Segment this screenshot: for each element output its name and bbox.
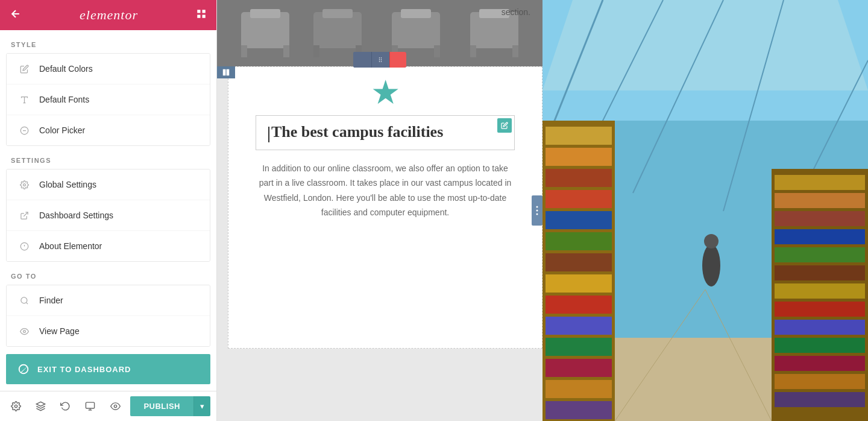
sidebar-item-finder[interactable]: Finder [7, 285, 210, 316]
heading-edit-button[interactable] [497, 118, 512, 133]
svg-rect-63 [546, 148, 612, 166]
svg-rect-66 [546, 211, 612, 229]
svg-rect-2 [197, 14, 200, 17]
svg-point-52 [536, 214, 538, 215]
sidebar-item-default-fonts[interactable]: Default Fonts [7, 84, 210, 115]
svg-rect-81 [775, 247, 865, 262]
svg-rect-77 [775, 175, 865, 190]
wordpress-icon [17, 362, 30, 376]
svg-point-50 [536, 206, 538, 208]
svg-rect-0 [197, 10, 200, 13]
svg-rect-75 [546, 401, 612, 419]
svg-rect-23 [250, 9, 280, 18]
svg-rect-65 [546, 190, 612, 208]
svg-point-42 [379, 59, 380, 60]
exit-label: EXIT TO DASHBOARD [37, 365, 131, 374]
section-toolbar [353, 52, 406, 68]
section-toolbar-wrapper [217, 52, 542, 68]
goto-section-label: GO TO [0, 262, 216, 285]
svg-point-11 [20, 297, 27, 303]
heading-box: The best campus facilities [256, 115, 515, 150]
sidebar-item-dashboard-settings[interactable]: Dashboard Settings [7, 200, 210, 231]
sidebar-item-about-elementor[interactable]: About Elementor [7, 231, 210, 261]
svg-point-92 [704, 234, 719, 248]
publish-button[interactable]: PUBLISH [130, 396, 193, 416]
sidebar-item-view-page[interactable]: View Page [7, 316, 210, 346]
svg-marker-55 [542, 0, 868, 90]
library-image [542, 0, 868, 421]
svg-point-13 [23, 330, 25, 332]
svg-rect-78 [775, 193, 865, 208]
svg-point-15 [14, 405, 17, 407]
sidebar-content: STYLE Default Colors Default Fonts [0, 30, 216, 391]
back-icon[interactable] [10, 8, 22, 23]
settings-section-label: SETTINGS [0, 146, 216, 169]
view-page-label: View Page [39, 326, 80, 336]
svg-point-45 [380, 61, 382, 62]
sidebar: elementor STYLE Default Colors [0, 0, 217, 421]
info-icon [17, 239, 31, 253]
svg-line-7 [24, 212, 28, 216]
device-footer-icon[interactable] [81, 397, 100, 416]
eyedropper-icon [17, 124, 31, 137]
svg-rect-83 [775, 283, 865, 299]
settings-section-group: Global Settings Dashboard Settings Ab [6, 169, 210, 262]
svg-rect-80 [775, 229, 865, 244]
svg-rect-90 [615, 338, 772, 421]
svg-rect-27 [322, 9, 353, 18]
svg-rect-71 [546, 317, 612, 335]
svg-rect-88 [775, 374, 865, 389]
svg-point-51 [536, 210, 538, 212]
svg-rect-74 [546, 380, 612, 398]
finder-label: Finder [39, 296, 63, 305]
search-icon [17, 294, 31, 307]
exit-to-dashboard-button[interactable]: EXIT TO DASHBOARD [6, 354, 210, 384]
sidebar-item-color-picker[interactable]: Color Picker [7, 115, 210, 145]
svg-rect-86 [775, 338, 865, 353]
svg-rect-84 [775, 302, 865, 317]
section-add-button[interactable] [353, 52, 370, 68]
canvas-heading: The best campus facilities [271, 123, 443, 141]
external-link-icon [17, 209, 31, 222]
svg-rect-48 [223, 69, 226, 76]
svg-point-40 [379, 57, 380, 59]
layers-footer-icon[interactable] [31, 397, 50, 416]
default-fonts-label: Default Fonts [39, 95, 89, 104]
svg-point-20 [114, 405, 116, 407]
svg-point-91 [702, 244, 720, 286]
text-cursor [268, 127, 269, 142]
canvas: section. [217, 0, 868, 421]
svg-line-12 [26, 302, 28, 304]
grid-icon[interactable] [196, 8, 207, 22]
sidebar-item-global-settings[interactable]: Global Settings [7, 169, 210, 200]
svg-rect-1 [203, 10, 206, 13]
section-label: section. [502, 7, 530, 17]
svg-point-44 [379, 61, 380, 62]
svg-rect-89 [775, 392, 865, 407]
style-section-label: STYLE [0, 30, 216, 53]
view-footer-icon[interactable] [105, 397, 125, 416]
resize-handle[interactable] [532, 195, 542, 226]
column-indicator [217, 66, 235, 78]
svg-rect-31 [401, 9, 431, 18]
svg-marker-16 [36, 402, 45, 406]
section-move-button[interactable] [371, 52, 388, 68]
global-settings-label: Global Settings [39, 180, 96, 189]
svg-rect-17 [86, 402, 95, 408]
svg-rect-69 [546, 274, 612, 293]
section-close-button[interactable] [389, 52, 406, 68]
svg-rect-3 [203, 14, 206, 17]
color-picker-label: Color Picker [39, 125, 85, 135]
svg-point-43 [380, 59, 382, 60]
publish-dropdown-button[interactable]: ▾ [193, 396, 210, 416]
history-footer-icon[interactable] [56, 397, 75, 416]
settings-footer-icon[interactable] [6, 397, 25, 416]
svg-rect-82 [775, 265, 865, 280]
svg-point-41 [380, 57, 382, 59]
dashboard-settings-label: Dashboard Settings [39, 210, 113, 220]
elementor-logo: elementor [80, 7, 138, 23]
svg-rect-67 [546, 232, 612, 250]
sidebar-item-default-colors[interactable]: Default Colors [7, 54, 210, 84]
svg-line-47 [397, 58, 400, 62]
svg-rect-49 [227, 69, 230, 76]
